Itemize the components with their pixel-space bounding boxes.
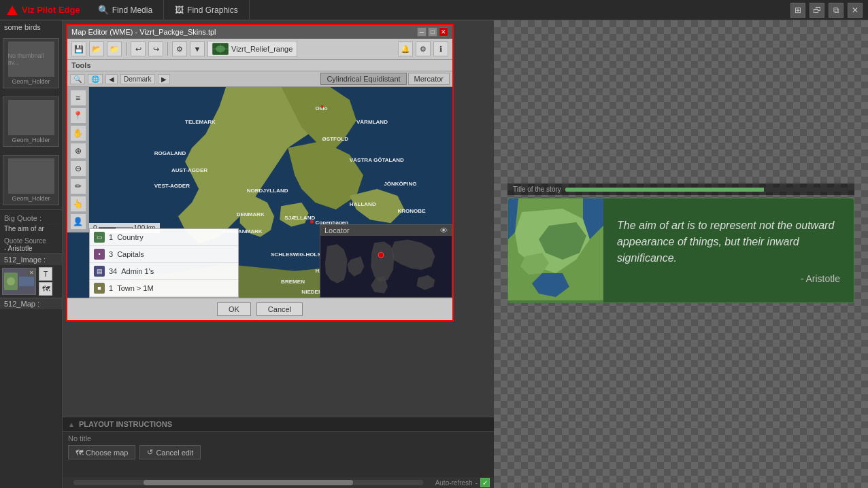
image-thumb-remove[interactable]: ✕: [27, 268, 35, 277]
quote-image: [508, 198, 603, 302]
admin-count: 34: [109, 267, 117, 275]
choose-map-btn[interactable]: 🗺 Choose map: [68, 445, 135, 459]
app-logo: Viz Pilot Edge: [0, 5, 87, 15]
capitals-label: Capitals: [117, 250, 144, 258]
geom-holder-1-thumb: No thumbnail av...: [8, 41, 54, 77]
undo-btn[interactable]: ↩: [131, 41, 146, 56]
hand-tool[interactable]: ✋: [70, 125, 86, 141]
pin-tool[interactable]: 📍: [70, 107, 86, 124]
auto-refresh-checkbox[interactable]: ✓: [480, 478, 490, 487]
big-quote-value[interactable]: The aim of ar: [4, 224, 58, 233]
toolbar-sep-1: [126, 42, 127, 56]
town-icon: ■: [94, 283, 105, 294]
map-editor-titlebar: Map Editor (WME) - Vizrt_Packge_Skins.tp…: [67, 25, 452, 39]
main-layout: some birds No thumbnail av... Geom_Holde…: [0, 20, 868, 488]
quote-source-value[interactable]: - Aristotle: [4, 245, 58, 252]
location-label[interactable]: Denmark: [120, 74, 155, 84]
config-btn[interactable]: ⚙: [416, 41, 431, 56]
dropdown-btn[interactable]: ▼: [190, 41, 205, 56]
window-float-btn[interactable]: ⧉: [829, 3, 844, 18]
layer-country[interactable]: ▭ 1 Country: [90, 229, 238, 246]
window-close-btn[interactable]: ✕: [848, 3, 863, 18]
open-btn[interactable]: 📂: [89, 41, 104, 56]
left-sidebar: some birds No thumbnail av... Geom_Holde…: [0, 20, 63, 488]
locator-eye-icon[interactable]: 👁: [440, 226, 448, 234]
image-map-btn[interactable]: 🗺: [39, 282, 52, 296]
geom-holder-3[interactable]: Geom_Holder: [3, 155, 59, 205]
cancel-btn[interactable]: Cancel: [256, 302, 303, 316]
quote-source-label: Quote Source: [4, 237, 58, 245]
capitals-count: 3: [109, 250, 113, 258]
quote-author: - Aristotle: [617, 273, 840, 284]
svg-point-16: [321, 105, 324, 108]
image-add-btn[interactable]: T: [39, 267, 52, 281]
locator-map[interactable]: [320, 236, 452, 297]
image-512-controls: T 🗺: [39, 267, 52, 296]
search-nav-btn[interactable]: 🔍: [70, 74, 85, 84]
layer-capitals[interactable]: • 3 Capitals: [90, 246, 238, 263]
win-maximize-btn[interactable]: □: [428, 27, 437, 37]
cancel-edit-btn[interactable]: ↺ Cancel edit: [139, 445, 201, 459]
telemark-label: TELEMARK: [185, 119, 216, 125]
win-close-btn[interactable]: ✕: [439, 27, 448, 37]
select-tool[interactable]: 👆: [70, 196, 86, 212]
tools-bar: Tools: [67, 60, 452, 71]
mercator-btn[interactable]: Mercator: [408, 73, 450, 85]
playout-label: PLAYOUT INSTRUCTIONS: [79, 420, 172, 428]
folder-btn[interactable]: 📁: [107, 41, 122, 56]
sidebar-section-1: No thumbnail av... Geom_Holder: [0, 34, 62, 92]
help-btn[interactable]: ℹ: [433, 41, 448, 56]
draw-tool[interactable]: ✏: [70, 178, 86, 194]
story-title-label: Title of the story: [513, 186, 561, 193]
globe-nav-btn[interactable]: 🌐: [88, 74, 103, 84]
svg-point-2: [7, 277, 15, 285]
win-minimize-btn[interactable]: ─: [417, 27, 427, 37]
big-quote-row: Big Quote :: [4, 213, 58, 224]
image-512-header: 512_Image :: [0, 254, 62, 265]
map-area[interactable]: ≡ 📍 ✋ ⊕ ⊖ ✏ 👆 👤: [67, 87, 452, 298]
kronobe-label: KRONOBE: [397, 208, 426, 214]
geom-holder-2[interactable]: Geom_Holder: [3, 97, 59, 147]
geom-holder-3-thumb: [8, 158, 54, 194]
save-btn[interactable]: 💾: [71, 41, 86, 56]
alert-btn[interactable]: 🔔: [398, 41, 413, 56]
scrollbar-track[interactable]: [73, 480, 423, 485]
layers-tool[interactable]: ≡: [70, 90, 86, 106]
aust-agder-label: AUST-AGDER: [171, 167, 207, 173]
layer-admin[interactable]: ▤ 34 Admin 1's: [90, 263, 238, 280]
zoom-out-tool[interactable]: ⊖: [70, 160, 86, 177]
toolbar-right: 🔔 ⚙ ℹ: [398, 41, 448, 56]
zoom-in-tool[interactable]: ⊕: [70, 143, 86, 159]
find-graphics-tab[interactable]: 🖼 Find Graphics: [164, 0, 250, 20]
settings-btn[interactable]: ⚙: [172, 41, 187, 56]
redo-btn[interactable]: ↪: [148, 41, 163, 56]
find-media-tab[interactable]: 🔍 Find Media: [87, 0, 164, 20]
bottom-scrollbar: Auto-refresh - ✓: [63, 477, 494, 488]
projection-btns: Cylindrical Equidistant Mercator: [320, 73, 450, 85]
jonkoping-label: JÖNKÖPING: [384, 181, 416, 187]
nav-back-btn[interactable]: ◀: [105, 74, 118, 84]
no-title-controls: 🗺 Choose map ↺ Cancel edit: [68, 445, 488, 459]
layer-town[interactable]: ■ 1 Town > 1M: [90, 280, 238, 297]
ok-btn[interactable]: OK: [217, 302, 251, 316]
window-expand-btn[interactable]: ⊞: [790, 3, 805, 18]
no-thumbnail-label: No thumbnail av...: [8, 52, 54, 66]
locator-box: Locator 👁: [320, 224, 452, 298]
cylindrical-btn[interactable]: Cylindrical Equidistant: [320, 73, 406, 85]
scrollbar-thumb[interactable]: [144, 480, 353, 485]
no-title-text: No title: [68, 434, 488, 442]
quote-text: The aim of art is to represent not the o…: [617, 217, 840, 266]
map-editor-window: Map Editor (WME) - Vizrt_Packge_Skins.tp…: [66, 24, 454, 321]
image-512-thumb[interactable]: ✕: [2, 268, 36, 295]
cancel-edit-icon: ↺: [147, 448, 153, 457]
geom-holder-3-label: Geom_Holder: [12, 195, 50, 202]
geom-holder-1[interactable]: No thumbnail av... Geom_Holder: [3, 38, 59, 88]
quote-preview: Title of the story: [507, 184, 854, 303]
nav-forward-btn[interactable]: ▶: [158, 74, 170, 84]
person-tool[interactable]: 👤: [70, 213, 86, 230]
find-graphics-icon: 🖼: [175, 5, 184, 15]
window-dock-btn[interactable]: 🗗: [809, 3, 824, 18]
story-title-progress-fill: [565, 188, 764, 192]
center-content: Map Editor (WME) - Vizrt_Packge_Skins.tp…: [63, 20, 494, 488]
varmland-label: VÄRMLAND: [356, 119, 388, 125]
